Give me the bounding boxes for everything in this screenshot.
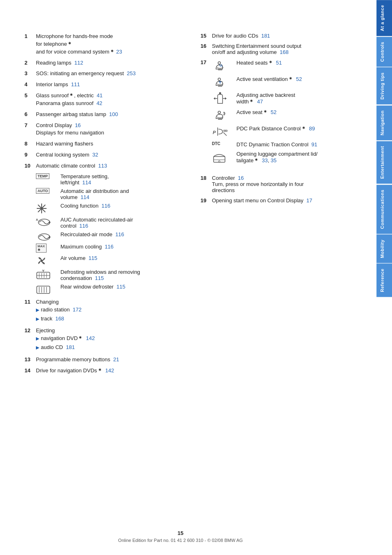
snowflake-icon	[36, 203, 60, 214]
entry-text: Control Display 16 Displays for menu nav…	[36, 122, 184, 137]
svg-point-29	[218, 111, 220, 114]
left-column: 1 Microphone for hands-free modefor tele…	[24, 33, 184, 378]
sidebar-tab-communications[interactable]: Communications	[376, 185, 392, 234]
arrow-icon: ▶	[36, 336, 39, 342]
svg-text:A: A	[36, 218, 38, 221]
entry-number: 10	[24, 162, 36, 170]
pdc-item-text: PDC Park Distance Control＊ 89	[236, 125, 318, 132]
arrow-icon: ▶	[36, 345, 39, 351]
two-col-layout: 1 Microphone for hands-free modefor tele…	[24, 33, 360, 378]
list-item: 18 Controller 16 Turn, press or move hor…	[200, 175, 360, 193]
climate-item-text: Rear window defroster 115	[60, 284, 184, 290]
rear-defrost-icon	[36, 284, 60, 295]
bullet-item: ▶ track 168	[36, 315, 184, 323]
climate-item-text: Defrosting windows and removingcondensat…	[60, 269, 184, 281]
dtc-icon: DTC	[212, 141, 236, 146]
bullet-text: audio CD 181	[41, 344, 75, 351]
sidebar-tab-reference[interactable]: Reference	[376, 264, 392, 297]
page-number: 15	[0, 530, 361, 536]
dtc-item-text: DTC Dynamic Traction Control 91	[236, 141, 318, 148]
entry-number: 17	[200, 59, 212, 171]
list-item: 10 Automatic climate control 113	[24, 162, 184, 170]
list-item: 16 Switching Entertainment sound outputo…	[200, 43, 360, 55]
page-container: 1 Microphone for hands-free modefor tele…	[0, 0, 392, 555]
climate-item: Defrosting windows and removingcondensat…	[36, 269, 184, 281]
list-item: 2 Reading lamps 112	[24, 59, 184, 67]
climate-item: Rear window defroster 115	[36, 284, 184, 295]
bullet-text: navigation DVD＊ 142	[41, 335, 95, 342]
entry-number: 14	[24, 367, 36, 375]
entry-number: 2	[24, 59, 36, 67]
climate-item-text: Cooling function 116	[60, 203, 184, 209]
seat-item-text: Active seat＊ 52	[236, 109, 318, 116]
list-item: 17	[200, 59, 360, 171]
bullet-text: track 168	[41, 315, 64, 323]
entry-number: 15	[200, 33, 212, 39]
arrow-icon: ▶	[36, 307, 39, 313]
climate-item-text: Temperature setting,left/right 114	[60, 173, 184, 186]
entry-number: 9	[24, 151, 36, 159]
entry-number: 6	[24, 111, 36, 119]
entry-text: Microphone for hands-free modefor teleph…	[36, 33, 184, 56]
sidebar-tab-controls[interactable]: Controls	[376, 37, 392, 67]
entry-number: 12	[24, 327, 36, 353]
svg-point-4	[40, 207, 43, 210]
climate-item: TEMP Temperature setting,left/right 114	[36, 173, 184, 186]
entry-text: Hazard warning flashers	[36, 140, 184, 148]
entry-number: 4	[24, 81, 36, 89]
sidebar-tab-driving-tips[interactable]: Driving tips	[376, 67, 392, 105]
sidebar-tab-entertainment[interactable]: Entertainment	[376, 141, 392, 184]
luggage-item-text: Opening luggage compartment lid/tailgate…	[236, 151, 318, 164]
seat-item-text: Adjusting active backrestwidth＊ 47	[236, 92, 318, 105]
list-item: 4 Interior lamps 111	[24, 81, 184, 89]
sidebar-tab-mobility[interactable]: Mobility	[376, 235, 392, 263]
luggage-item: Opening luggage compartment lid/tailgate…	[212, 151, 318, 164]
entry-number: 11	[24, 298, 36, 324]
bullet-item: ▶ radio station 172	[36, 306, 184, 314]
auto-icon: AUTO	[36, 188, 60, 194]
seat-item-text: Heated seats＊ 51	[236, 59, 318, 67]
seat-item-text: Active seat ventilation＊ 52	[236, 76, 318, 83]
recirc-icon	[36, 231, 60, 241]
list-item: 11 Changing ▶ radio station 172 ▶ track …	[24, 298, 184, 324]
entry-text: Programmable memory buttons 21	[36, 356, 184, 364]
climate-item-text: Recirculated-air mode 116	[60, 231, 184, 237]
seat-item: Active seat＊ 52	[212, 109, 318, 122]
entry-number: 7	[24, 122, 36, 137]
pdc-icon: P	[212, 125, 236, 138]
entry-text: Interior lamps 111	[36, 81, 184, 89]
entry-text: Opening start menu on Control Display 17	[212, 197, 360, 204]
svg-point-23	[218, 78, 220, 81]
svg-point-24	[219, 92, 221, 94]
list-item: 14 Drive for navigation DVDs＊ 142	[24, 367, 184, 375]
sidebar-tab-at-a-glance[interactable]: At a glance	[376, 0, 392, 36]
list-item: 8 Hazard warning flashers	[24, 140, 184, 148]
seat-item: Adjusting active backrestwidth＊ 47	[212, 92, 318, 105]
sidebar: At a glance Controls Driving tips Naviga…	[376, 0, 392, 555]
climate-item: Air volume 115	[36, 255, 184, 266]
svg-point-10	[40, 260, 43, 262]
page-footer: 15 Online Edition for Part no. 01 41 2 6…	[0, 530, 361, 543]
climate-item-text: Maximum cooling 116	[60, 244, 184, 250]
climate-item: MAX❄ Maximum cooling 116	[36, 244, 184, 253]
svg-text:P: P	[213, 130, 216, 135]
list-item: 13 Programmable memory buttons 21	[24, 356, 184, 364]
list-item: 6 Passenger airbag status lamp 100	[24, 111, 184, 119]
seat-vent-icon	[212, 76, 236, 89]
list-item: 15 Drive for audio CDs 181	[200, 33, 360, 39]
entry-text: Passenger airbag status lamp 100	[36, 111, 184, 119]
list-item: 1 Microphone for hands-free modefor tele…	[24, 33, 184, 56]
entry-text: Automatic climate control 113	[36, 162, 184, 170]
seat-item: Heated seats＊ 51	[212, 59, 318, 72]
entry-number: 1	[24, 33, 36, 56]
main-content: 1 Microphone for hands-free modefor tele…	[0, 0, 376, 555]
luggage-icon	[212, 151, 236, 164]
entry-number: 13	[24, 356, 36, 364]
entry-number: 16	[200, 43, 212, 55]
entry-text: SOS: initiating an emergency request 253	[36, 70, 184, 78]
fan-icon	[36, 255, 60, 266]
bullet-text: radio station 172	[41, 306, 82, 314]
list-item: 12 Ejecting ▶ navigation DVD＊ 142 ▶ audi…	[24, 327, 184, 353]
climate-item: Recirculated-air mode 116	[36, 231, 184, 241]
sidebar-tab-navigation[interactable]: Navigation	[376, 105, 392, 140]
